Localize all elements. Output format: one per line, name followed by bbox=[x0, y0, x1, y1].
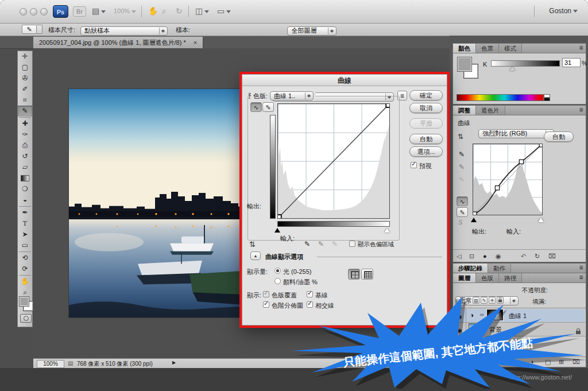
lock-all-button[interactable] bbox=[497, 297, 504, 304]
document-tab[interactable]: 20050917_004.jpg @ 100% (曲線 1, 圖層遮色片/8) … bbox=[33, 37, 203, 48]
histogram-checkbox[interactable]: ✓ bbox=[263, 301, 269, 308]
cancel-button[interactable]: 取消 bbox=[409, 103, 443, 113]
clip-to-layer-icon[interactable]: ⊡ bbox=[469, 253, 474, 260]
foreground-color-swatch[interactable] bbox=[20, 297, 29, 306]
color-spectrum-ramp[interactable] bbox=[457, 94, 544, 101]
eyedropper-tool[interactable]: ✎ bbox=[18, 106, 32, 117]
channel-dropdown[interactable]: 曲線 1.. bbox=[270, 91, 314, 100]
crop-tool[interactable]: ⌗ bbox=[18, 95, 32, 106]
highlight-input-slider[interactable] bbox=[538, 218, 544, 222]
foreground-color-swatch[interactable] bbox=[458, 57, 471, 71]
collapse-display-options-button[interactable]: ▲ bbox=[250, 251, 261, 260]
new-group-icon[interactable]: ▢ bbox=[545, 358, 551, 366]
marquee-tool[interactable]: ▢ bbox=[18, 62, 32, 73]
window-close-button[interactable] bbox=[20, 8, 27, 16]
blur-tool[interactable]: ❍ bbox=[18, 184, 32, 195]
curve-grid[interactable] bbox=[277, 103, 390, 219]
on-image-adjust-icon[interactable]: ⇅ bbox=[458, 133, 463, 141]
view-extras-icon[interactable]: ▤ bbox=[92, 6, 106, 16]
hand-tool[interactable]: ✋ bbox=[18, 276, 32, 287]
type-tool[interactable]: T bbox=[18, 218, 32, 229]
dodge-tool[interactable]: ◒ bbox=[18, 195, 32, 206]
eraser-tool[interactable]: ▱ bbox=[18, 162, 32, 173]
layer-visibility-cell[interactable]: ◉ bbox=[454, 323, 466, 336]
layer-row-background[interactable]: ◉ 背景 bbox=[454, 323, 585, 336]
arrange-documents-icon[interactable]: ▭ bbox=[217, 6, 231, 16]
pen-tool[interactable]: ✒ bbox=[18, 207, 32, 218]
intersection-checkbox[interactable]: ✓ bbox=[307, 301, 313, 308]
status-flyout-arrow[interactable]: ▶ bbox=[172, 360, 176, 365]
layer-mask-thumbnail[interactable] bbox=[487, 309, 503, 320]
shadow-input-slider[interactable] bbox=[274, 228, 280, 233]
on-image-adjust-icon[interactable]: ⇅ bbox=[249, 240, 256, 249]
tab-styles[interactable]: 樣式 bbox=[499, 44, 522, 53]
curve-pencil-tool-button[interactable]: ✎ bbox=[262, 102, 274, 112]
options-button[interactable]: 選項... bbox=[409, 146, 443, 157]
view-previous-state-icon[interactable]: ↶ bbox=[521, 253, 526, 260]
curves-adjustment-icon[interactable]: ◑ bbox=[470, 311, 474, 319]
pigment-radio[interactable] bbox=[274, 278, 281, 284]
return-to-adjustment-list-icon[interactable]: ◁ bbox=[457, 253, 461, 260]
black-point-dropper-icon[interactable]: ✎ bbox=[459, 150, 465, 158]
status-zoom-field[interactable]: 100% bbox=[37, 360, 64, 368]
light-radio[interactable] bbox=[274, 268, 281, 274]
window-zoom-button[interactable] bbox=[40, 8, 48, 16]
curve-point-tool-button[interactable]: ∿ bbox=[457, 196, 468, 206]
white-point-dropper-icon[interactable]: ✎ bbox=[332, 240, 338, 248]
tab-swatches[interactable]: 色票 bbox=[476, 44, 499, 53]
tab-paths[interactable]: 路徑 bbox=[499, 273, 522, 282]
tab-masks[interactable]: 遮色片 bbox=[476, 106, 505, 115]
layer-visibility-cell[interactable]: ◉ bbox=[454, 309, 466, 322]
panel-menu-icon[interactable]: ≣ bbox=[579, 274, 583, 280]
tool-preset-arrow[interactable] bbox=[37, 25, 42, 34]
new-adjustment-icon[interactable]: ◑ bbox=[530, 358, 534, 365]
lock-transparency-button[interactable]: ▨ bbox=[473, 297, 479, 304]
shape-tool[interactable]: ▭ bbox=[18, 240, 32, 251]
highlight-input-slider[interactable] bbox=[384, 228, 390, 233]
gradient-tool[interactable] bbox=[18, 173, 32, 184]
curve-point-tool-button[interactable]: ∿ bbox=[250, 102, 262, 112]
visibility-eye-icon[interactable]: ◉ bbox=[496, 253, 501, 260]
gray-point-dropper-icon[interactable]: ✎ bbox=[318, 240, 324, 248]
delete-layer-icon[interactable]: ⌧ bbox=[572, 358, 580, 366]
tab-adjustments[interactable]: 調整 bbox=[453, 106, 476, 115]
sample-size-dropdown[interactable]: 點狀樣本 bbox=[80, 26, 168, 36]
quick-mask-button[interactable] bbox=[20, 314, 32, 323]
delete-adjustment-icon[interactable]: ⌧ bbox=[548, 253, 556, 260]
bridge-button[interactable]: Br bbox=[73, 6, 86, 17]
white-point-dropper-icon[interactable]: ✎ bbox=[459, 176, 465, 184]
current-tool-icon[interactable]: ✎ bbox=[22, 25, 37, 34]
curves-preset-dropdown[interactable]: 強烈對比 (RGB) bbox=[478, 129, 554, 138]
rotate-3d-tool[interactable]: ⟲ bbox=[18, 253, 32, 264]
curve-pencil-tool-button[interactable]: ✎ bbox=[457, 207, 468, 217]
zoom-icon[interactable]: ⌕ bbox=[162, 6, 167, 16]
layer-thumbnail[interactable] bbox=[469, 323, 485, 334]
simple-grid-button[interactable] bbox=[348, 269, 360, 280]
panel-menu-icon[interactable]: ≣ bbox=[579, 45, 583, 51]
zoom-level-dropdown[interactable]: 100% bbox=[114, 7, 136, 14]
ok-button[interactable]: 確定 bbox=[409, 90, 443, 100]
black-point-dropper-icon[interactable]: ✎ bbox=[304, 240, 310, 248]
screen-mode-icon[interactable]: ◫ bbox=[195, 6, 209, 16]
adjustment-curve-grid[interactable] bbox=[473, 144, 543, 215]
toggle-dot-icon[interactable]: ● bbox=[483, 253, 487, 260]
clone-stamp-tool[interactable]: ⎙ bbox=[18, 140, 32, 151]
sample-layers-dropdown[interactable]: 全部圖層 bbox=[287, 26, 336, 36]
orbit-3d-tool[interactable]: ⟳ bbox=[18, 264, 32, 274]
panel-menu-icon[interactable]: ≣ bbox=[579, 265, 583, 270]
mask-link-icon[interactable]: ∞ bbox=[480, 312, 483, 318]
brush-tool[interactable]: ✑ bbox=[18, 129, 32, 140]
hand-icon[interactable]: ✋ bbox=[148, 6, 158, 16]
reset-adjustment-icon[interactable]: ↻ bbox=[535, 253, 540, 260]
gray-point-dropper-icon[interactable]: ✎ bbox=[459, 163, 465, 171]
tab-actions[interactable]: 動作 bbox=[488, 264, 511, 273]
tab-color[interactable]: 顏色 bbox=[453, 44, 476, 53]
preview-checkbox[interactable]: ✓ bbox=[411, 162, 417, 168]
auto-button[interactable]: 自動 bbox=[409, 134, 443, 144]
show-clipping-checkbox[interactable] bbox=[349, 241, 355, 247]
k-value-input[interactable]: 31 bbox=[562, 58, 581, 67]
lasso-tool[interactable]: ✇ bbox=[18, 73, 32, 84]
lock-pixels-button[interactable]: ✎ bbox=[481, 297, 488, 304]
rotate-view-icon[interactable]: ↻ bbox=[176, 6, 183, 16]
panel-menu-icon[interactable]: ≣ bbox=[579, 107, 583, 113]
